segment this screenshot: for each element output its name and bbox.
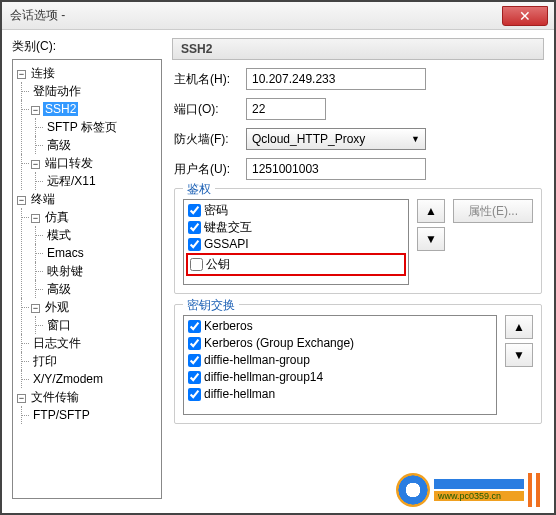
watermark-url: www.pc0359.cn [434, 491, 524, 501]
toggle-icon[interactable]: − [31, 160, 40, 169]
tree-login-action[interactable]: 登陆动作 [31, 84, 83, 98]
content: 类别(C): −连接 登陆动作 −SSH2 SFTP 标签页 高级 [2, 30, 554, 513]
auth-publickey-label: 公钥 [206, 256, 230, 273]
category-label: 类别(C): [12, 38, 162, 55]
kex-dh-check[interactable] [188, 388, 201, 401]
auth-move-down-button[interactable]: ▼ [417, 227, 445, 251]
kex-item-label: diffie-hellman-group14 [204, 369, 323, 386]
toggle-icon[interactable]: − [31, 304, 40, 313]
username-input[interactable] [246, 158, 426, 180]
toggle-icon[interactable]: − [17, 70, 26, 79]
port-label: 端口(O): [174, 101, 246, 118]
watermark-stripes-icon [528, 473, 544, 507]
kex-dh-group-check[interactable] [188, 354, 201, 367]
tree-file-transfer[interactable]: 文件传输 [29, 390, 81, 404]
tree-port-forward[interactable]: 端口转发 [43, 156, 95, 170]
watermark-logo-icon [396, 473, 430, 507]
sidebar: 类别(C): −连接 登陆动作 −SSH2 SFTP 标签页 高级 [12, 38, 162, 513]
auth-group: 鉴权 密码 键盘交互 GSSAPI 公钥 ▲ ▼ 属性(E)... [174, 188, 542, 294]
hostname-input[interactable] [246, 68, 426, 90]
ssh2-form: 主机名(H): 端口(O): 防火墙(F): Qcloud_HTTP_Proxy… [172, 60, 544, 442]
watermark: www.pc0359.cn [396, 473, 544, 507]
tree-mapkey[interactable]: 映射键 [45, 264, 85, 278]
kex-move-down-button[interactable]: ▼ [505, 343, 533, 367]
tree-emacs[interactable]: Emacs [45, 246, 86, 260]
window-title: 会话选项 - [10, 7, 65, 24]
kex-kerberos-ge-check[interactable] [188, 337, 201, 350]
auth-properties-button: 属性(E)... [453, 199, 533, 223]
watermark-bar [434, 479, 524, 489]
tree-remote-x11[interactable]: 远程/X11 [45, 174, 98, 188]
kex-kerberos-check[interactable] [188, 320, 201, 333]
tree-logfile[interactable]: 日志文件 [31, 336, 83, 350]
kex-dh-group14-check[interactable] [188, 371, 201, 384]
auth-password-check[interactable] [188, 204, 201, 217]
tree-ftp-sftp[interactable]: FTP/SFTP [31, 408, 92, 422]
tree-sftp-tab[interactable]: SFTP 标签页 [45, 120, 119, 134]
category-tree[interactable]: −连接 登陆动作 −SSH2 SFTP 标签页 高级 −端口转发 远程/X11 [12, 59, 162, 499]
tree-terminal[interactable]: 终端 [29, 192, 57, 206]
tree-mode[interactable]: 模式 [45, 228, 73, 242]
kex-legend: 密钥交换 [183, 297, 239, 314]
auth-legend: 鉴权 [183, 181, 215, 198]
tree-print[interactable]: 打印 [31, 354, 59, 368]
tree-appearance[interactable]: 外观 [43, 300, 71, 314]
auth-keyboard-check[interactable] [188, 221, 201, 234]
kex-group: 密钥交换 Kerberos Kerberos (Group Exchange) … [174, 304, 542, 424]
titlebar: 会话选项 - ✕ [2, 2, 554, 30]
tree-emulation[interactable]: 仿真 [43, 210, 71, 224]
close-button[interactable]: ✕ [502, 6, 548, 26]
auth-list[interactable]: 密码 键盘交互 GSSAPI 公钥 [183, 199, 409, 285]
kex-item-label: diffie-hellman [204, 386, 275, 403]
kex-move-up-button[interactable]: ▲ [505, 315, 533, 339]
session-options-window: 会话选项 - ✕ 类别(C): −连接 登陆动作 −SSH2 SFTP 标签页 … [0, 0, 556, 515]
toggle-icon[interactable]: − [31, 214, 40, 223]
chevron-down-icon: ▼ [411, 134, 420, 144]
auth-gssapi-label: GSSAPI [204, 236, 249, 253]
firewall-label: 防火墙(F): [174, 131, 246, 148]
kex-item-label: Kerberos [204, 318, 253, 335]
toggle-icon[interactable]: − [31, 106, 40, 115]
port-input[interactable] [246, 98, 326, 120]
kex-list[interactable]: Kerberos Kerberos (Group Exchange) diffi… [183, 315, 497, 415]
auth-keyboard-label: 键盘交互 [204, 219, 252, 236]
tree-xyzmodem[interactable]: X/Y/Zmodem [31, 372, 105, 386]
tree-ssh2[interactable]: SSH2 [43, 102, 78, 116]
hostname-label: 主机名(H): [174, 71, 246, 88]
toggle-icon[interactable]: − [17, 394, 26, 403]
auth-move-up-button[interactable]: ▲ [417, 199, 445, 223]
tree-advanced[interactable]: 高级 [45, 138, 73, 152]
panel-title: SSH2 [172, 38, 544, 60]
username-label: 用户名(U): [174, 161, 246, 178]
tree-connection[interactable]: 连接 [29, 66, 57, 80]
main-panel: SSH2 主机名(H): 端口(O): 防火墙(F): Qcloud_HTTP_… [172, 38, 544, 513]
kex-item-label: Kerberos (Group Exchange) [204, 335, 354, 352]
firewall-value: Qcloud_HTTP_Proxy [252, 132, 365, 146]
kex-item-label: diffie-hellman-group [204, 352, 310, 369]
tree-window[interactable]: 窗口 [45, 318, 73, 332]
auth-gssapi-check[interactable] [188, 238, 201, 251]
toggle-icon[interactable]: − [17, 196, 26, 205]
auth-publickey-check[interactable] [190, 258, 203, 271]
firewall-select[interactable]: Qcloud_HTTP_Proxy ▼ [246, 128, 426, 150]
auth-password-label: 密码 [204, 202, 228, 219]
tree-advanced2[interactable]: 高级 [45, 282, 73, 296]
